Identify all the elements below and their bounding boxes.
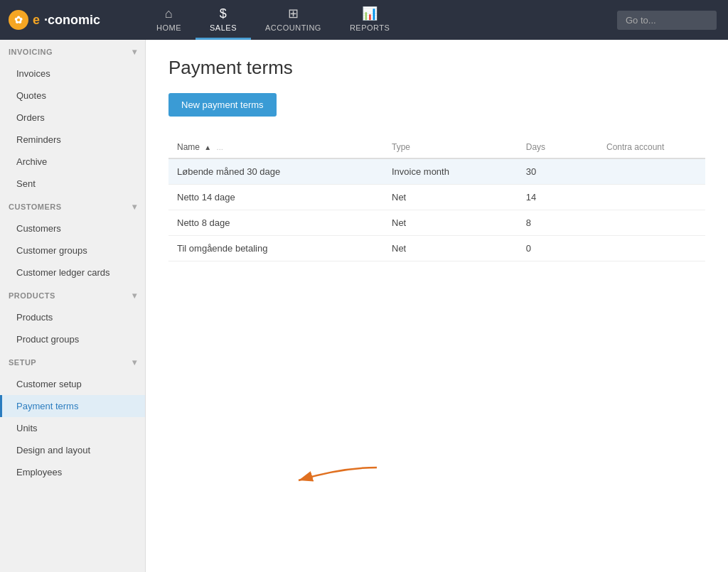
search-input[interactable]	[617, 11, 717, 30]
cell-contra	[598, 236, 705, 261]
nav-reports[interactable]: 📊 REPORTS	[336, 0, 404, 40]
cell-name: Løbende måned 30 dage	[168, 158, 383, 185]
column-header-days: Days	[518, 136, 598, 158]
sales-icon: $	[220, 6, 228, 21]
table-row[interactable]: Til omgående betaling Net 0	[168, 236, 705, 261]
sidebar-item-products[interactable]: Products	[0, 306, 145, 328]
cell-days: 0	[518, 236, 598, 261]
nav-accounting[interactable]: ⊞ ACCOUNTING	[251, 0, 336, 40]
sort-asc-icon: ▲	[204, 144, 211, 151]
table-body: Løbende måned 30 dage Invoice month 30 N…	[168, 158, 705, 261]
home-icon: ⌂	[165, 6, 173, 21]
sidebar-section-products[interactable]: PRODUCTS ▾	[0, 284, 145, 306]
nav-home[interactable]: ⌂ HOME	[142, 0, 196, 40]
main-content: Payment terms New payment terms Name ▲ .…	[146, 40, 728, 572]
cell-name: Til omgående betaling	[168, 236, 383, 261]
sidebar-item-customer-groups[interactable]: Customer groups	[0, 239, 145, 261]
table-row[interactable]: Netto 14 dage Net 14	[168, 185, 705, 210]
sidebar-item-customer-setup[interactable]: Customer setup	[0, 373, 145, 395]
column-header-name[interactable]: Name ▲ ...	[168, 136, 383, 158]
nav-reports-label: REPORTS	[350, 23, 390, 32]
cell-contra	[598, 210, 705, 236]
cell-contra	[598, 158, 705, 185]
sidebar-item-product-groups[interactable]: Product groups	[0, 328, 145, 350]
cell-days: 14	[518, 185, 598, 210]
cell-type: Net	[383, 210, 518, 236]
cell-type: Net	[383, 236, 518, 261]
sidebar-section-setup[interactable]: SETUP ▾	[0, 350, 145, 373]
nav-home-label: HOME	[156, 23, 181, 32]
sidebar-item-invoices[interactable]: Invoices	[0, 63, 145, 85]
sidebar-item-customers[interactable]: Customers	[0, 217, 145, 239]
sidebar-section-invoicing[interactable]: INVOICING ▾	[0, 40, 145, 63]
payment-terms-table: Name ▲ ... Type Days Contra account	[168, 136, 705, 261]
nav-accounting-label: ACCOUNTING	[265, 23, 321, 32]
sidebar-item-quotes[interactable]: Quotes	[0, 85, 145, 107]
sidebar-item-sent[interactable]: Sent	[0, 173, 145, 195]
cell-contra	[598, 185, 705, 210]
cell-name: Netto 14 dage	[168, 185, 383, 210]
logo-icon: ✿	[9, 10, 28, 30]
logo-name: e·conomic	[33, 13, 100, 28]
sidebar-item-customer-ledger[interactable]: Customer ledger cards	[0, 261, 145, 284]
chevron-down-icon: ▾	[132, 357, 137, 367]
column-header-contra: Contra account	[598, 136, 705, 158]
table-row[interactable]: Netto 8 dage Net 8	[168, 210, 705, 236]
sidebar-item-payment-terms[interactable]: Payment terms	[0, 395, 145, 417]
sidebar-item-orders[interactable]: Orders	[0, 107, 145, 129]
sidebar-section-customers[interactable]: CUSTOMERS ▾	[0, 195, 145, 217]
sidebar-item-archive[interactable]: Archive	[0, 151, 145, 173]
cell-name: Netto 8 dage	[168, 210, 383, 236]
chevron-down-icon: ▾	[132, 291, 137, 301]
cell-days: 30	[518, 158, 598, 185]
sidebar-section-setup-label: SETUP	[9, 358, 36, 367]
arrow-annotation	[284, 460, 384, 498]
nav-sales-label: SALES	[210, 23, 237, 32]
table-row[interactable]: Løbende måned 30 dage Invoice month 30	[168, 158, 705, 185]
sidebar-section-customers-label: CUSTOMERS	[9, 203, 62, 211]
page-title: Payment terms	[168, 57, 705, 79]
sidebar-section-invoicing-label: INVOICING	[9, 48, 53, 56]
cell-type: Invoice month	[383, 158, 518, 185]
sidebar: INVOICING ▾ Invoices Quotes Orders Remin…	[0, 40, 146, 572]
chevron-down-icon: ▾	[132, 202, 137, 212]
cell-days: 8	[518, 210, 598, 236]
top-navigation: ✿ e·conomic ⌂ HOME $ SALES ⊞ ACCOUNTING …	[0, 0, 728, 40]
new-payment-terms-button[interactable]: New payment terms	[168, 93, 277, 117]
sidebar-section-products-label: PRODUCTS	[9, 291, 55, 300]
nav-sales[interactable]: $ SALES	[196, 0, 251, 40]
table-header-row: Name ▲ ... Type Days Contra account	[168, 136, 705, 158]
accounting-icon: ⊞	[288, 6, 299, 21]
sidebar-item-employees[interactable]: Employees	[0, 461, 145, 483]
nav-items: ⌂ HOME $ SALES ⊞ ACCOUNTING 📊 REPORTS	[142, 0, 404, 40]
sidebar-item-units[interactable]: Units	[0, 417, 145, 439]
sidebar-item-reminders[interactable]: Reminders	[0, 129, 145, 151]
column-name-ellipsis: ...	[217, 143, 223, 151]
reports-icon: 📊	[362, 6, 378, 21]
column-header-type: Type	[383, 136, 518, 158]
chevron-down-icon: ▾	[132, 47, 137, 57]
cell-type: Net	[383, 185, 518, 210]
search-area	[617, 0, 728, 40]
app-layout: INVOICING ▾ Invoices Quotes Orders Remin…	[0, 40, 728, 572]
sidebar-item-design-layout[interactable]: Design and layout	[0, 439, 145, 461]
logo-area[interactable]: ✿ e·conomic	[0, 0, 142, 40]
